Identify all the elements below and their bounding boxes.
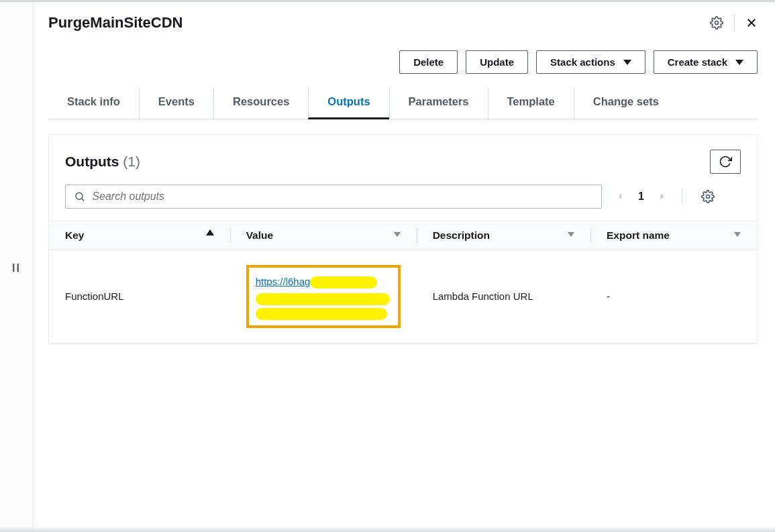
redacted-text bbox=[256, 293, 390, 305]
panel-title: Outputs (1) bbox=[65, 154, 140, 170]
main-content: PurgeMainSiteCDN Delete bbox=[34, 2, 775, 532]
tab-label: Change sets bbox=[593, 95, 659, 107]
tab-label: Stack info bbox=[67, 95, 120, 107]
stack-title: PurgeMainSiteCDN bbox=[48, 14, 183, 32]
col-header-label: Description bbox=[433, 229, 490, 241]
tab-outputs[interactable]: Outputs bbox=[308, 89, 389, 119]
update-button[interactable]: Update bbox=[466, 50, 528, 74]
tab-label: Events bbox=[158, 95, 195, 107]
sort-icon bbox=[394, 229, 401, 239]
divider bbox=[734, 14, 735, 32]
chevron-right-icon bbox=[658, 191, 666, 203]
delete-button-label: Delete bbox=[413, 56, 444, 68]
cell-export-name: - bbox=[590, 250, 757, 343]
prev-page-button[interactable] bbox=[614, 188, 627, 205]
outputs-panel: Outputs (1) bbox=[48, 134, 758, 344]
refresh-icon bbox=[719, 155, 732, 168]
pagination: 1 bbox=[614, 188, 715, 205]
table-settings-button[interactable] bbox=[701, 190, 715, 203]
page-number: 1 bbox=[638, 191, 644, 203]
header-icon-group bbox=[710, 14, 758, 32]
panel-count: (1) bbox=[123, 154, 140, 169]
tabs: Stack info Events Resources Outputs Para… bbox=[48, 89, 758, 119]
tab-label: Template bbox=[507, 95, 555, 107]
tab-label: Outputs bbox=[327, 95, 370, 107]
create-stack-button-label: Create stack bbox=[668, 56, 727, 68]
tab-resources[interactable]: Resources bbox=[213, 89, 308, 119]
col-header-label: Value bbox=[246, 229, 274, 241]
search-box[interactable] bbox=[65, 184, 602, 209]
outputs-table: Key Value Description Export name bbox=[49, 221, 757, 343]
cell-key: FunctionURL bbox=[49, 250, 230, 343]
page-container: II PurgeMainSiteCDN bbox=[0, 2, 775, 532]
tab-stack-info[interactable]: Stack info bbox=[48, 89, 139, 119]
tab-label: Resources bbox=[233, 95, 289, 107]
tab-events[interactable]: Events bbox=[139, 89, 213, 119]
create-stack-button[interactable]: Create stack bbox=[654, 50, 758, 74]
search-icon bbox=[74, 191, 85, 203]
col-header-export-name[interactable]: Export name bbox=[590, 221, 757, 250]
svg-line-4 bbox=[82, 199, 84, 201]
stack-actions-button-label: Stack actions bbox=[550, 56, 615, 68]
divider bbox=[682, 189, 682, 205]
search-row: 1 bbox=[49, 184, 757, 221]
caret-down-icon bbox=[735, 60, 743, 65]
action-buttons: Delete Update Stack actions Create stack bbox=[48, 50, 758, 74]
close-icon[interactable] bbox=[745, 17, 758, 29]
cell-value: https://l6hag bbox=[230, 250, 417, 343]
col-header-label: Key bbox=[65, 229, 84, 241]
cell-description: Lambda Function URL bbox=[417, 250, 590, 343]
svg-point-5 bbox=[706, 195, 709, 199]
col-header-label: Export name bbox=[607, 229, 670, 241]
tab-parameters[interactable]: Parameters bbox=[389, 89, 488, 119]
tab-template[interactable]: Template bbox=[488, 89, 574, 119]
settings-gear-icon[interactable] bbox=[710, 16, 723, 30]
col-header-key[interactable]: Key bbox=[49, 221, 230, 250]
header-row: PurgeMainSiteCDN bbox=[48, 14, 758, 32]
svg-point-3 bbox=[76, 193, 83, 199]
redacted-text bbox=[256, 308, 387, 320]
redacted-text bbox=[310, 276, 377, 288]
caret-down-icon bbox=[623, 60, 631, 65]
stack-actions-button[interactable]: Stack actions bbox=[536, 50, 645, 74]
sort-icon bbox=[568, 229, 574, 239]
next-page-button[interactable] bbox=[655, 188, 668, 205]
panel-drag-handle[interactable]: II bbox=[12, 262, 21, 274]
collapsed-side-panel: II bbox=[0, 2, 34, 532]
svg-point-0 bbox=[715, 21, 719, 25]
col-header-description[interactable]: Description bbox=[417, 221, 590, 250]
tab-change-sets[interactable]: Change sets bbox=[574, 89, 678, 119]
update-button-label: Update bbox=[480, 56, 514, 68]
refresh-button[interactable] bbox=[710, 150, 741, 174]
search-input[interactable] bbox=[92, 191, 593, 203]
panel-header: Outputs (1) bbox=[49, 135, 757, 184]
sort-asc-icon bbox=[206, 229, 214, 235]
highlighted-value-box: https://l6hag bbox=[246, 265, 401, 328]
tab-label: Parameters bbox=[409, 95, 469, 107]
col-header-value[interactable]: Value bbox=[230, 221, 417, 250]
function-url-link[interactable]: https://l6hag bbox=[256, 276, 311, 287]
sort-icon bbox=[734, 229, 741, 239]
bottom-shadow bbox=[0, 527, 775, 532]
gear-icon bbox=[701, 190, 715, 203]
panel-title-text: Outputs bbox=[65, 154, 119, 169]
table-row: FunctionURL https://l6hag Lambda Functio… bbox=[49, 250, 757, 343]
chevron-left-icon bbox=[617, 191, 625, 203]
delete-button[interactable]: Delete bbox=[399, 50, 458, 74]
